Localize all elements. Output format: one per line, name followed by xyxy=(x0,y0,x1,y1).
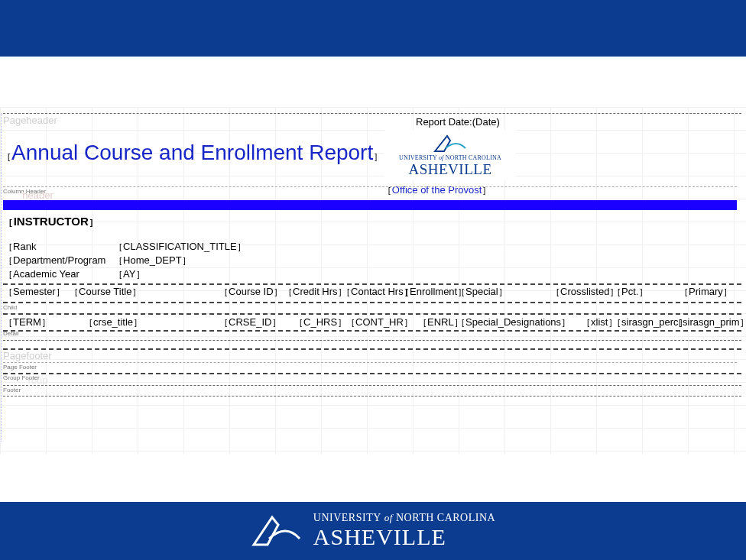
kv-label[interactable]: Academic Year xyxy=(9,267,116,281)
footer-unca-logo: UNIVERSITY of NORTH CAROLINA ASHEVILLE xyxy=(251,512,495,550)
logo-line2: ASHEVILLE xyxy=(409,161,492,178)
column-header[interactable]: Pct. xyxy=(615,286,646,297)
column-header[interactable]: Special xyxy=(459,286,505,297)
band-label-child: Child xyxy=(3,304,17,311)
unca-logo: UNIVERSITY of NORTH CAROLINA ASHEVILLE xyxy=(384,130,516,180)
kv-value[interactable]: CLASSIFICATION_TITLE xyxy=(116,240,244,254)
footer-logo-line1: UNIVERSITY of NORTH CAROLINA xyxy=(313,512,495,524)
detail-field[interactable]: ENRL xyxy=(420,316,461,328)
column-header[interactable]: Credit Hrs xyxy=(286,286,345,297)
band-label-groupheader: header xyxy=(3,189,54,201)
report-date-field[interactable]: Report Date:(Date) xyxy=(416,116,500,128)
kv-label[interactable]: Department/Program xyxy=(9,254,116,267)
band-divider xyxy=(3,396,741,397)
band-label-pagefooter-small: Page Footer xyxy=(3,364,37,371)
column-header[interactable]: Primary xyxy=(682,286,730,297)
kv-value[interactable]: AY xyxy=(116,267,143,281)
footer-logo-line2: ASHEVILLE xyxy=(313,524,495,550)
band-divider xyxy=(3,283,741,285)
report-designer-canvas: Pageheader Report Date:(Date) Annual Cou… xyxy=(0,107,746,455)
unca-logo-mark-icon xyxy=(433,133,467,154)
instructor-heading[interactable]: INSTRUCTOR xyxy=(6,215,96,228)
band-divider xyxy=(3,113,741,114)
detail-field[interactable]: CRSE_ID xyxy=(222,316,278,328)
band-divider xyxy=(3,186,737,187)
unca-logo-mark-icon xyxy=(251,513,303,549)
column-header[interactable]: Course ID xyxy=(222,286,281,297)
band-divider xyxy=(3,373,741,374)
left-margin-guide xyxy=(1,113,2,442)
instructor-key-values: Rank CLASSIFICATION_TITLE Department/Pro… xyxy=(9,240,244,281)
kv-value[interactable]: Home_DEPT xyxy=(116,254,189,267)
table-column-headers: SemesterCourse TitleCourse IDCredit HrsC… xyxy=(3,286,737,303)
footer-line1a: UNIVERSITY xyxy=(313,512,381,523)
column-header[interactable]: Enrollment xyxy=(403,286,464,297)
column-header[interactable]: Crosslisted xyxy=(553,286,616,297)
band-divider xyxy=(3,330,741,332)
kv-row: Department/Program Home_DEPT xyxy=(9,254,244,267)
band-divider xyxy=(3,348,741,350)
report-title[interactable]: Annual Course and Enrollment Report xyxy=(5,141,380,165)
band-divider xyxy=(3,362,737,363)
kv-label[interactable]: Rank xyxy=(9,240,116,254)
detail-field[interactable]: TERM xyxy=(6,316,48,328)
report-date-value: (Date) xyxy=(472,116,500,128)
column-header[interactable]: Contact Hrs xyxy=(344,286,410,297)
blue-separator-bar xyxy=(3,200,737,210)
detail-field[interactable]: sirasgn_perc xyxy=(615,316,686,328)
kv-row: Rank CLASSIFICATION_TITLE xyxy=(9,240,244,254)
logo-line1: UNIVERSITY of NORTH CAROLINA xyxy=(399,154,501,161)
footer-line1c: NORTH CAROLINA xyxy=(396,512,495,523)
slide-bottom-bar: UNIVERSITY of NORTH CAROLINA ASHEVILLE xyxy=(0,502,746,560)
band-divider xyxy=(3,385,741,386)
detail-field[interactable]: C_HRS xyxy=(297,316,344,328)
footer-line1b: of xyxy=(384,512,393,523)
band-label-pageheader: Pageheader xyxy=(3,115,57,126)
detail-field[interactable]: Special_Designations xyxy=(459,316,568,328)
band-label-pagefooter: Pagefooter xyxy=(3,350,52,361)
detail-field[interactable]: sirasgn_prim xyxy=(676,316,746,328)
column-header[interactable]: Course Title xyxy=(72,286,139,297)
detail-field[interactable]: xlist xyxy=(584,316,615,328)
kv-row: Academic Year AY xyxy=(9,267,244,281)
column-header[interactable]: Semester xyxy=(6,286,63,297)
logo-line1b: of xyxy=(439,154,444,161)
band-divider xyxy=(3,302,741,303)
band-divider xyxy=(3,340,741,341)
band-label-groupfooter: Group Footer xyxy=(3,374,40,381)
band-divider xyxy=(3,313,741,315)
detail-field[interactable]: CONT_HR xyxy=(349,316,410,328)
logo-line1a: UNIVERSITY xyxy=(399,154,437,161)
logo-line1c: NORTH CAROLINA xyxy=(446,154,501,161)
slide-top-bar xyxy=(0,0,746,57)
detail-field[interactable]: crse_title xyxy=(86,316,140,328)
band-label-footer: Footer xyxy=(3,387,21,393)
report-date-label: Report Date: xyxy=(416,116,472,128)
